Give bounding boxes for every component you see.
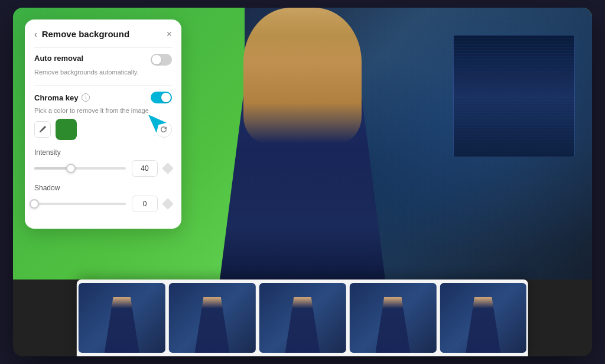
shadow-section: Shadow 0	[34, 184, 172, 212]
chroma-key-header: Chroma key i	[34, 92, 172, 103]
shadow-value[interactable]: 0	[132, 196, 158, 212]
auto-removal-label: Auto removal	[34, 54, 83, 63]
filmstrip-thumb[interactable]	[169, 283, 256, 353]
shadow-slider-thumb[interactable]	[30, 199, 39, 209]
filmstrip-thumb[interactable]	[259, 283, 346, 353]
eyedropper-button[interactable]	[34, 121, 51, 138]
thumb-person	[285, 297, 320, 353]
color-picker-left	[34, 119, 77, 140]
chroma-key-label: Chroma key	[34, 93, 78, 102]
intensity-section: Intensity 40	[34, 148, 172, 177]
panel-header: ‹ Remove background ×	[34, 29, 172, 39]
back-icon[interactable]: ‹	[34, 30, 37, 39]
chroma-key-toggle[interactable]	[151, 92, 172, 103]
shadow-diamond-icon[interactable]	[162, 198, 174, 210]
panel-title: Remove background	[42, 29, 129, 39]
panel-header-left: ‹ Remove background	[34, 29, 129, 39]
intensity-slider-thumb[interactable]	[66, 164, 76, 173]
close-icon[interactable]: ×	[167, 30, 172, 39]
filmstrip-thumb[interactable]	[79, 283, 165, 353]
filmstrip-thumb[interactable]	[440, 283, 526, 353]
shadow-slider-track[interactable]	[34, 203, 126, 205]
app-container: ‹ Remove background × Auto removal Remov…	[13, 8, 592, 356]
info-icon[interactable]: i	[82, 93, 90, 102]
divider	[34, 47, 172, 48]
remove-background-panel: ‹ Remove background × Auto removal Remov…	[25, 20, 181, 229]
intensity-value[interactable]: 40	[132, 160, 158, 177]
thumb-person	[195, 297, 230, 353]
svg-marker-1	[147, 113, 168, 135]
auto-removal-row: Auto removal	[34, 54, 172, 66]
intensity-slider-track[interactable]	[34, 167, 126, 170]
color-swatch[interactable]	[56, 119, 77, 140]
intensity-slider-fill	[34, 167, 71, 170]
thumb-person	[466, 297, 500, 353]
svg-point-0	[40, 131, 41, 132]
filmstrip-thumb[interactable]	[349, 283, 436, 353]
thumb-person	[105, 297, 139, 353]
shadow-slider-row: 0	[34, 196, 172, 212]
intensity-diamond-icon[interactable]	[162, 162, 174, 174]
divider	[34, 85, 172, 86]
intensity-label: Intensity	[34, 148, 172, 157]
auto-removal-toggle[interactable]	[151, 54, 172, 66]
intensity-slider-row: 40	[34, 160, 172, 177]
auto-removal-desc: Remove backgrounds automatically.	[34, 68, 172, 77]
toggle-knob	[152, 55, 161, 64]
chroma-toggle-wrapper	[151, 92, 172, 103]
chroma-cursor-overlay	[145, 111, 172, 141]
thumb-person	[375, 297, 410, 353]
filmstrip	[77, 280, 528, 356]
hair-overlay	[243, 8, 362, 144]
chroma-key-section: Chroma key i Pick a color to remove it f…	[34, 92, 172, 140]
shadow-label: Shadow	[34, 184, 172, 192]
auto-removal-section: Auto removal Remove backgrounds automati…	[34, 54, 172, 77]
toggle-knob	[161, 93, 171, 102]
chroma-label-group: Chroma key i	[34, 93, 90, 102]
